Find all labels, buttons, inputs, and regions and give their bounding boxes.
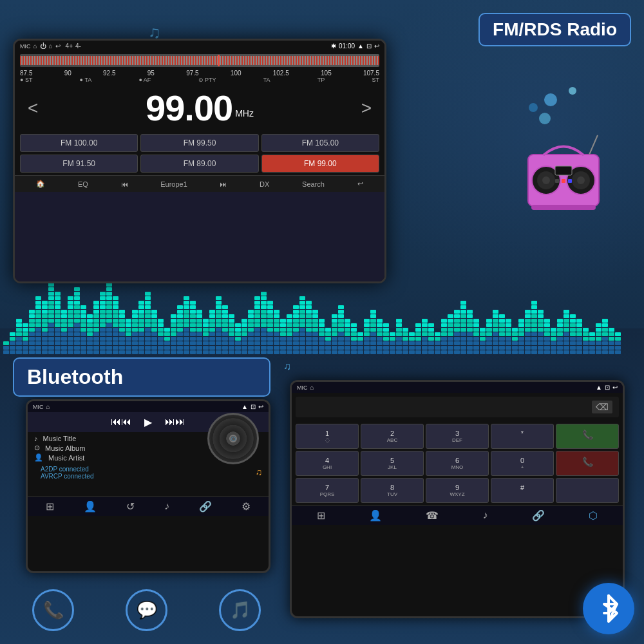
freq-107: 107.5 <box>363 70 379 77</box>
right-side-buttons <box>384 53 386 66</box>
dial-input-display[interactable]: ⌫ <box>296 397 619 417</box>
window-icon: ⊡ <box>366 43 372 50</box>
dial-status-right: ▲ ⊡ ↩ <box>596 384 618 391</box>
bluetooth-player-unit[interactable]: MIC ⌂ ▲ ⊡ ↩ ⏮⏮ ▶ ⏭⏭ ♪ Music Title <box>26 399 270 573</box>
bt-tab-grid[interactable]: ⊞ <box>46 500 54 513</box>
bt-prev-button[interactable]: ⏮⏮ <box>111 416 131 428</box>
dial-tab-link[interactable]: 🔗 <box>532 509 545 522</box>
track-info-area: ♪ Music Title ⊙ Music Album 👤 Music Arti… <box>28 432 269 497</box>
track-title: Music Title <box>43 435 77 442</box>
bluetooth-label-text: Bluetooth <box>27 365 123 388</box>
key-9[interactable]: 9WXYZ <box>426 478 489 503</box>
dial-window-icon: ⊡ <box>605 384 610 391</box>
preset-2[interactable]: FM 99.50 <box>140 134 258 152</box>
key-star[interactable]: * <box>491 424 554 449</box>
freq-105: 105 <box>321 70 332 77</box>
key-3[interactable]: 3DEF <box>426 424 489 449</box>
home-icon: ⌂ <box>49 43 53 50</box>
preset-3[interactable]: FM 105.00 <box>261 134 379 152</box>
key-0[interactable]: 0+ <box>491 451 554 476</box>
preset-6[interactable]: FM 99.00 <box>261 155 379 173</box>
preset-4[interactable]: FM 91.50 <box>20 155 138 173</box>
freq-next-button[interactable]: > <box>361 98 372 118</box>
music-icon-1: ♪ <box>34 435 38 442</box>
dial-tab-phone[interactable]: ☎ <box>426 509 439 522</box>
power-icon: ⏻ <box>40 43 46 50</box>
bt-play-button[interactable]: ▶ <box>144 416 152 428</box>
preset-5[interactable]: FM 89.00 <box>140 155 258 173</box>
eq-ctrl-btn[interactable]: EQ <box>78 180 88 188</box>
band-st1: ● ST <box>20 77 32 83</box>
dialer-unit[interactable]: MIC ⌂ ▲ ⊡ ↩ ⌫ 1◌ 2ABC 3DEF * 📞 4GHI 5JKL… <box>290 380 625 618</box>
dial-tab-contacts[interactable]: 👤 <box>369 509 382 522</box>
freq-95: 95 <box>147 70 155 77</box>
bt-house-icon: ⌂ <box>46 403 50 410</box>
freq-87: 87.5 <box>20 70 32 77</box>
keypad-grid: 1◌ 2ABC 3DEF * 📞 4GHI 5JKL 6MNO 0+ 📞 7PQ… <box>292 421 623 506</box>
svg-rect-12 <box>531 205 596 210</box>
side-btn-2[interactable] <box>13 70 14 83</box>
dx-ctrl-btn[interactable]: DX <box>260 180 269 188</box>
freq-97: 97.5 <box>186 70 198 77</box>
dial-status-bar: MIC ⌂ ▲ ⊡ ↩ <box>292 382 623 393</box>
preset-1[interactable]: FM 100.00 <box>20 134 138 152</box>
dial-house-icon: ⌂ <box>310 384 314 391</box>
key-hash[interactable]: # <box>491 478 554 503</box>
radio-unit-top[interactable]: MIC ⌂ ⏻ ⌂ ↩ 4+ 4- ✱ 01:00 ▲ ⊡ ↩ <box>13 39 386 283</box>
bluetooth-circle-icon <box>583 583 634 634</box>
freq-scale-inner <box>20 56 379 65</box>
bt-status-icon: ✱ <box>331 43 336 50</box>
side-btn-5[interactable] <box>13 120 14 133</box>
status-bar: MIC ⌂ ⏻ ⌂ ↩ 4+ 4- ✱ 01:00 ▲ ⊡ ↩ <box>15 41 384 52</box>
side-btn-1[interactable] <box>13 53 14 66</box>
key-2[interactable]: 2ABC <box>361 424 424 449</box>
freq-prev-button[interactable]: < <box>28 98 38 118</box>
search-ctrl-btn[interactable]: Search <box>302 180 325 188</box>
dial-tab-grid[interactable]: ⊞ <box>317 509 325 522</box>
house-icon: ⌂ <box>33 43 37 50</box>
dial-tab-bt[interactable]: ⬡ <box>589 509 598 522</box>
bt-connection-status: A2DP connected AVRCP connected <box>34 466 262 480</box>
band-ta: ● TA <box>80 77 92 83</box>
bubble-2 <box>529 103 538 112</box>
avrcp-status: AVRCP connected <box>41 473 262 480</box>
svg-rect-10 <box>568 179 572 183</box>
vinyl-bt-icon: ⬡ <box>231 436 236 442</box>
side-btn-3[interactable] <box>13 87 14 100</box>
band-st2: ST <box>372 77 379 83</box>
dial-screen: MIC ⌂ ▲ ⊡ ↩ ⌫ 1◌ 2ABC 3DEF * 📞 4GHI 5JKL… <box>292 382 623 616</box>
bt-tab-contacts[interactable]: 👤 <box>84 500 97 513</box>
key-4[interactable]: 4GHI <box>296 451 359 476</box>
bt-tab-link[interactable]: 🔗 <box>199 500 212 513</box>
key-call[interactable]: 📞 <box>556 424 619 449</box>
next-ctrl-btn[interactable]: ⏭ <box>220 180 227 188</box>
key-6[interactable]: 6MNO <box>426 451 489 476</box>
dial-tab-music[interactable]: ♪ <box>483 509 488 522</box>
key-end[interactable]: 📞 <box>556 451 619 476</box>
back-ctrl-btn[interactable]: ↩ <box>357 180 363 188</box>
key-5[interactable]: 5JKL <box>361 451 424 476</box>
bt-status-left: MIC ⌂ <box>33 403 50 410</box>
side-btn-4[interactable] <box>13 104 14 117</box>
bt-tab-music[interactable]: ♪ <box>164 500 169 513</box>
key-8[interactable]: 8TUV <box>361 478 424 503</box>
dial-backspace-btn[interactable]: ⌫ <box>592 401 612 413</box>
side-btn-r1[interactable] <box>384 53 386 66</box>
frequency-value: 99.00 <box>146 88 232 128</box>
key-1[interactable]: 1◌ <box>296 424 359 449</box>
prev-ctrl-btn[interactable]: ⏮ <box>121 180 128 188</box>
dial-mic-icon: MIC <box>297 384 308 391</box>
dial-back-icon: ↩ <box>612 384 618 391</box>
bt-tab-settings[interactable]: ⚙ <box>242 500 251 513</box>
key-7[interactable]: 7PQRS <box>296 478 359 503</box>
phone-icon: 📞 <box>43 600 64 620</box>
vol-up: 4+ <box>66 43 73 50</box>
bubble-1 <box>544 93 557 106</box>
phone-feature-icon: 📞 <box>32 589 74 631</box>
home-ctrl-btn[interactable]: 🏠 <box>36 180 45 188</box>
bt-next-button[interactable]: ⏭⏭ <box>165 416 185 428</box>
vinyl-disc: ⬡ <box>207 413 259 464</box>
band-pty: ⊙ PTY <box>198 77 216 83</box>
frequency-value-container: 99.00MHz <box>146 87 254 129</box>
bt-tab-refresh[interactable]: ↺ <box>126 500 135 513</box>
